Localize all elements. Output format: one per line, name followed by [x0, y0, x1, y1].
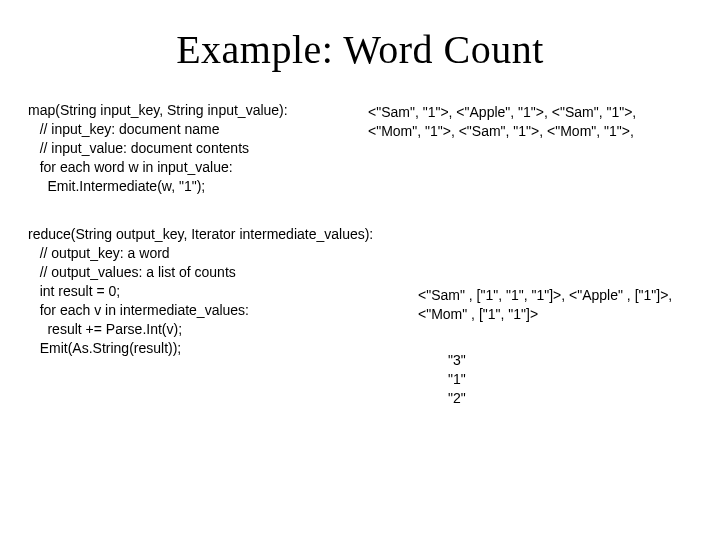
reduce-sig: reduce(String output_key, Iterator inter… — [28, 226, 373, 242]
final-v2: "1" — [448, 371, 466, 387]
map-c3: for each word w in input_value: — [28, 159, 233, 175]
map-c1: // input_key: document name — [28, 121, 219, 137]
grouped-l1: <"Sam" , ["1", "1", "1"]>, <"Apple" , ["… — [418, 287, 672, 303]
map-c2: // input_value: document contents — [28, 140, 249, 156]
map-c4: Emit.Intermediate(w, "1"); — [28, 178, 205, 194]
reduce-c6: Emit(As.String(result)); — [28, 340, 181, 356]
final-v3: "2" — [448, 390, 466, 406]
slide-title: Example: Word Count — [28, 26, 692, 73]
grouped-l2: <"Mom" , ["1", "1"]> — [418, 306, 538, 322]
reduce-c1: // output_key: a word — [28, 245, 170, 261]
final-values: "3" "1" "2" — [448, 351, 692, 408]
map-sig: map(String input_key, String input_value… — [28, 102, 288, 118]
reduce-c3: int result = 0; — [28, 283, 120, 299]
emitted-l1: <"Sam", "1">, <"Apple", "1">, <"Sam", "1… — [368, 104, 636, 120]
emitted-pairs: <"Sam", "1">, <"Apple", "1">, <"Sam", "1… — [368, 103, 692, 141]
emitted-l2: <"Mom", "1">, <"Sam", "1">, <"Mom", "1">… — [368, 123, 634, 139]
grouped-pairs: <"Sam" , ["1", "1", "1"]>, <"Apple" , ["… — [418, 286, 692, 324]
reduce-c4: for each v in intermediate_values: — [28, 302, 249, 318]
final-v1: "3" — [448, 352, 466, 368]
reduce-c5: result += Parse.Int(v); — [28, 321, 182, 337]
map-code: map(String input_key, String input_value… — [28, 101, 368, 195]
reduce-c2: // output_values: a list of counts — [28, 264, 236, 280]
